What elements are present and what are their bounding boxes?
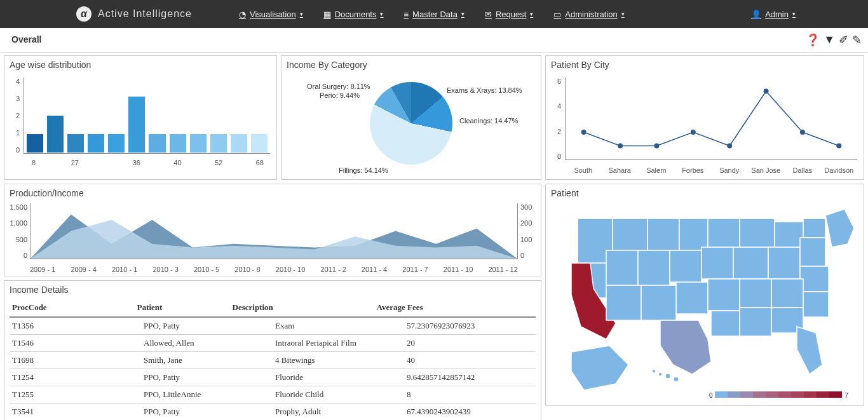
- table-row[interactable]: T3541PPO, PattyProphy, Adult67.439024390…: [10, 403, 536, 420]
- panel-title: Income Details: [4, 281, 541, 296]
- chevron-down-icon: ▾: [530, 11, 533, 17]
- bar[interactable]: [67, 134, 84, 153]
- bar[interactable]: [190, 134, 207, 153]
- svg-rect-19: [670, 250, 702, 282]
- col-header[interactable]: Patient: [135, 299, 230, 317]
- panel-production-income: Production/Income 1,5001,0005000 3002001…: [4, 184, 541, 276]
- nav-administration[interactable]: ▭Administration▾: [545, 2, 633, 27]
- chevron-down-icon: ▾: [380, 11, 383, 17]
- svg-rect-18: [638, 250, 670, 285]
- legend-min: 0: [709, 392, 713, 399]
- bar[interactable]: [170, 134, 186, 153]
- svg-rect-23: [800, 238, 825, 266]
- col-header[interactable]: Description: [230, 299, 374, 317]
- svg-rect-21: [733, 247, 768, 279]
- svg-rect-12: [708, 219, 740, 247]
- nav-documents[interactable]: ▦Documents▾: [315, 2, 393, 27]
- table-row[interactable]: T1254PPO, PattyFluoride9.642857142857142: [10, 369, 536, 386]
- svg-rect-30: [771, 279, 803, 308]
- legend-cell: [829, 391, 842, 398]
- svg-point-36: [658, 372, 662, 376]
- bar[interactable]: [47, 116, 64, 154]
- table-row[interactable]: T1698Smith, Jane4 Bitewings40: [10, 352, 536, 369]
- svg-rect-32: [740, 308, 771, 336]
- nav-icon: ✉: [485, 10, 492, 19]
- chevron-down-icon: ▾: [792, 11, 796, 17]
- bar[interactable]: [210, 134, 227, 153]
- svg-rect-27: [676, 282, 708, 314]
- bar[interactable]: [128, 97, 145, 153]
- user-icon: 👤: [751, 10, 761, 19]
- pie-chart[interactable]: Exams & Xrays: 13.84%Cleanings: 14.47%Fi…: [281, 71, 541, 179]
- help-icon[interactable]: ❓: [806, 33, 820, 47]
- svg-rect-10: [648, 219, 679, 250]
- tab-overall[interactable]: Overall: [6, 32, 46, 48]
- line-chart[interactable]: 6420 SouthSaharaSalemForbesSandySan Jose…: [546, 71, 864, 179]
- svg-point-2: [654, 144, 659, 149]
- brand: α Active Intelligence: [76, 6, 192, 22]
- panel-patient-map: Patient: [545, 184, 864, 406]
- nav-request[interactable]: ✉Request▾: [476, 2, 542, 27]
- legend-cell: [715, 391, 728, 398]
- filter-icon[interactable]: ▼: [824, 33, 835, 47]
- panel-title: Age wise distribution: [4, 56, 276, 71]
- nav-icon: ▭: [553, 10, 561, 19]
- bar[interactable]: [251, 134, 268, 153]
- edit-icon[interactable]: ✎: [852, 33, 862, 47]
- svg-rect-34: [803, 292, 829, 317]
- svg-rect-15: [803, 219, 825, 238]
- nav-master-data[interactable]: ≡Master Data▾: [395, 2, 473, 27]
- user-menu[interactable]: 👤 Admin ▾: [742, 2, 804, 27]
- svg-point-4: [727, 144, 732, 149]
- legend-cell: [804, 391, 817, 398]
- bar-chart[interactable]: 43210 82736405268: [4, 71, 276, 173]
- pie-label: Exams & Xrays: 13.84%: [447, 86, 522, 94]
- svg-rect-25: [606, 285, 641, 320]
- area-chart[interactable]: 1,5001,0005000 3002001000 2009 - 12009 -…: [4, 200, 541, 276]
- navbar: α Active Intelligence ◔Visualisation▾▦Do…: [0, 0, 868, 28]
- nav-menu: ◔Visualisation▾▦Documents▾≡Master Data▾✉…: [230, 2, 634, 27]
- pie-slice-group: [370, 82, 452, 165]
- legend-cell: [753, 391, 766, 398]
- table-scroll[interactable]: T1356PPO, PattyExam57.23076923076923T154…: [10, 318, 536, 419]
- nav-icon: ≡: [403, 10, 409, 19]
- panel-title: Patient By City: [546, 56, 864, 71]
- dashboard-grid: Age wise distribution 43210 82736405268 …: [0, 53, 868, 420]
- svg-rect-28: [708, 279, 740, 311]
- svg-rect-24: [800, 266, 829, 292]
- svg-rect-17: [606, 250, 638, 285]
- pie-label: Cleanings: 14.47%: [459, 117, 518, 125]
- bar[interactable]: [27, 134, 43, 153]
- svg-point-37: [665, 374, 670, 379]
- svg-point-3: [691, 130, 696, 135]
- toolbar: Overall ❓▼✐✎: [0, 28, 868, 53]
- svg-rect-14: [775, 222, 803, 247]
- svg-rect-20: [702, 247, 733, 279]
- table-row[interactable]: T1356PPO, PattyExam57.23076923076923: [10, 318, 536, 335]
- pie-label: Fillings: 54.14%: [339, 166, 388, 174]
- nav-icon: ▦: [323, 10, 331, 19]
- col-header[interactable]: ProcCode: [10, 299, 135, 317]
- us-map[interactable]: [546, 200, 864, 390]
- panel-title: Production/Income: [4, 184, 541, 200]
- eraser-icon[interactable]: ✐: [839, 33, 848, 47]
- legend-cell: [766, 391, 778, 398]
- bar[interactable]: [149, 134, 165, 153]
- svg-rect-26: [641, 285, 676, 320]
- panel-title: Patient: [546, 184, 864, 200]
- bar[interactable]: [108, 134, 125, 153]
- user-label: Admin: [765, 10, 789, 19]
- table-row[interactable]: T1255PPO, LittleAnnieFluoride Child8: [10, 386, 536, 403]
- nav-visualisation[interactable]: ◔Visualisation▾: [230, 2, 312, 27]
- svg-rect-9: [613, 219, 648, 250]
- bar[interactable]: [231, 134, 247, 153]
- panel-title: Income By Category: [281, 56, 541, 71]
- svg-point-35: [652, 369, 656, 373]
- legend-cell: [778, 391, 791, 398]
- table-row[interactable]: T1546Allowed, AllenIntraoral Periapical …: [10, 335, 536, 352]
- svg-point-7: [836, 144, 841, 149]
- pie-label: Oral Surgery: 8.11%: [307, 83, 370, 90]
- bar[interactable]: [88, 134, 104, 153]
- col-header[interactable]: Average Fees: [374, 299, 536, 317]
- panel-age-distribution: Age wise distribution 43210 82736405268: [4, 55, 277, 180]
